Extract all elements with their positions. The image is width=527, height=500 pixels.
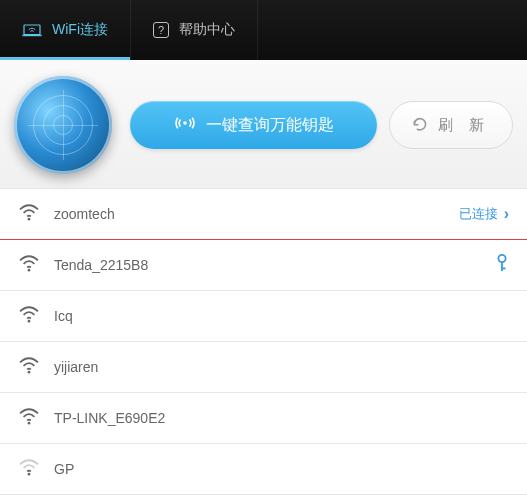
top-section: 一键查询万能钥匙 刷 新 [0,60,527,189]
status-group: 已连接 › [459,205,509,223]
wifi-signal-icon [18,356,40,378]
wifi-item-zoomtech[interactable]: zoomtech 已连接 › [0,189,527,240]
svg-point-9 [28,371,31,374]
wifi-item-yijiaren[interactable]: yijiaren [0,342,527,393]
svg-rect-1 [22,34,41,36]
svg-point-4 [28,269,31,272]
wifi-item-gp[interactable]: GP [0,444,527,495]
tab-help[interactable]: ? 帮助中心 [131,0,258,60]
wifi-signal-icon [18,203,40,225]
svg-point-5 [498,255,505,262]
connected-label: 已连接 [459,205,498,223]
wifi-item-tenda[interactable]: Tenda_2215B8 [0,240,527,291]
wifi-name: yijiaren [54,359,509,375]
wifi-name: GP [54,461,509,477]
scan-keys-label: 一键查询万能钥匙 [206,115,334,136]
wifi-signal-icon [18,407,40,429]
wifi-item-tplink[interactable]: TP-LINK_E690E2 [0,393,527,444]
refresh-button[interactable]: 刷 新 [389,101,513,149]
svg-point-11 [28,473,31,476]
refresh-label: 刷 新 [438,116,490,135]
help-icon: ? [153,22,169,38]
refresh-icon [412,116,428,135]
chevron-right-icon: › [504,205,509,223]
svg-point-8 [28,320,31,323]
action-buttons: 一键查询万能钥匙 刷 新 [130,101,513,149]
key-icon [495,254,509,276]
tab-wifi-label: WiFi连接 [52,21,108,39]
tab-help-label: 帮助中心 [179,21,235,39]
wifi-signal-icon [18,254,40,276]
svg-point-10 [28,422,31,425]
svg-rect-6 [501,262,503,271]
svg-point-2 [183,121,187,125]
radar-icon [14,76,112,174]
wifi-name: zoomtech [54,206,445,222]
broadcast-icon [174,114,196,136]
wifi-name: TP-LINK_E690E2 [54,410,509,426]
wifi-item-icq[interactable]: Icq [0,291,527,342]
wifi-name: Tenda_2215B8 [54,257,481,273]
svg-rect-7 [501,268,506,270]
svg-point-3 [28,218,31,221]
tab-wifi[interactable]: WiFi连接 [0,0,131,60]
wifi-list: zoomtech 已连接 › Tenda_2215B8 [0,189,527,495]
wifi-name: Icq [54,308,509,324]
header: WiFi连接 ? 帮助中心 [0,0,527,60]
wifi-laptop-icon [22,21,42,40]
scan-keys-button[interactable]: 一键查询万能钥匙 [130,101,377,149]
wifi-signal-icon [18,458,40,480]
wifi-signal-icon [18,305,40,327]
svg-rect-0 [24,25,40,35]
